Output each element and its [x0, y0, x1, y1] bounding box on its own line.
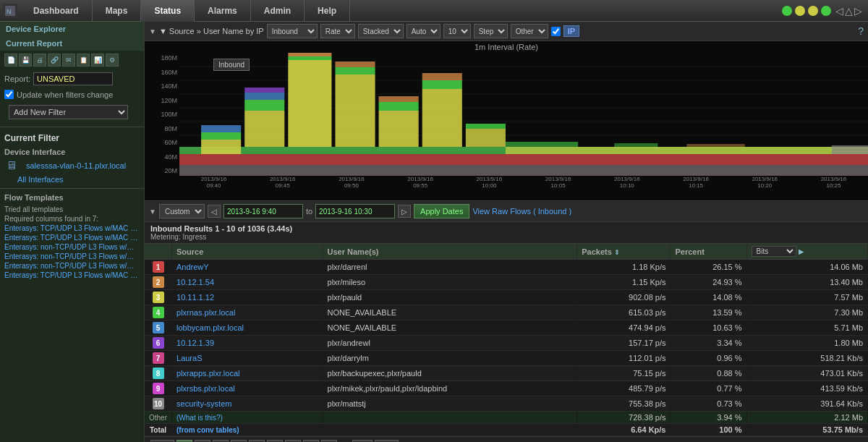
source-link-0[interactable]: AndrewY	[176, 263, 209, 271]
bits-unit-select[interactable]: Bits Packets	[752, 246, 796, 257]
percent-cell-7: 0.88 %	[671, 366, 746, 381]
source-cell-8: plxrsbs.plxr.local	[172, 381, 323, 396]
rate-select[interactable]: Rate	[320, 24, 355, 38]
toolbar-icon-4[interactable]: 🔗	[48, 54, 61, 67]
time-forward-button[interactable]: ▷	[398, 205, 411, 218]
source-link-1[interactable]: 10.12.1.54	[176, 278, 214, 286]
apply-dates-button[interactable]: Apply Dates	[414, 204, 469, 218]
x-label-3: 2013/9/1609:55	[386, 176, 455, 187]
add-filter-select[interactable]: Add New Filter	[9, 105, 128, 119]
chart-container: 180M 160M 140M 120M 100M 80M 60M 40M 20M	[145, 53, 868, 187]
source-cell-4: lobbycam.plxr.local	[172, 320, 323, 336]
main-content: ▼ ▼ Source » User Name by IP Inbound Out…	[145, 22, 868, 442]
username-cell-9: plxr/mattstj	[323, 396, 577, 412]
source-link-4[interactable]: lobbycam.plxr.local	[176, 323, 244, 332]
step-select[interactable]: Step	[474, 24, 508, 38]
rank-cell-5: 6	[145, 336, 172, 351]
expand-icon[interactable]: ▶	[799, 248, 804, 255]
svg-rect-27	[379, 102, 419, 111]
time-to-input[interactable]	[315, 204, 395, 218]
svg-rect-25	[335, 61, 375, 67]
flow-item-4[interactable]: Enterasys: non-TCP/UDP L3 Flows w/MAC &	[4, 261, 140, 271]
all-interfaces-link[interactable]: All Interfaces	[0, 174, 144, 185]
update-checkbox[interactable]	[4, 90, 14, 99]
toolbar-icon-5[interactable]: ✉	[62, 54, 75, 67]
table-row: 3 10.11.1.12 plxr/pauld 902.08 p/s 14.08…	[145, 290, 868, 305]
y-label-160: 160M	[145, 69, 179, 76]
nav-tab-maps[interactable]: Maps	[93, 0, 142, 22]
source-link-2[interactable]: 10.11.1.12	[176, 293, 214, 302]
percent-cell-4: 10.63 %	[671, 320, 746, 336]
source-link-8[interactable]: plxrsbs.plxr.local	[176, 384, 235, 393]
x-label-2: 2013/9/1609:50	[317, 176, 386, 187]
auto-select[interactable]: Auto	[407, 24, 441, 38]
time-range-select[interactable]: Custom	[159, 204, 205, 218]
flow-item-3[interactable]: Enterasys: non-TCP/UDP L3 Flows w/MAC &	[4, 252, 140, 261]
results-title: Inbound Results 1 - 10 of 1036 (3.44s)	[150, 224, 862, 233]
direction-select[interactable]: Inbound Outbound Both	[267, 24, 318, 38]
toolbar-icon-1[interactable]: 📄	[4, 54, 17, 67]
ip-badge[interactable]: IP	[563, 25, 579, 37]
results-metering: Metering: Ingress	[150, 233, 862, 241]
source-link-7[interactable]: plxrapps.plxr.local	[176, 369, 239, 378]
time-back-button[interactable]: ◁	[208, 205, 221, 218]
source-link-9[interactable]: security-system	[176, 399, 231, 408]
total-username-cell	[323, 424, 577, 436]
toolbar-icon-7[interactable]: 📊	[91, 54, 104, 67]
percent-cell-1: 24.93 %	[671, 275, 746, 290]
device-link[interactable]: salesssa-vlan-0-11.plxr.local	[20, 160, 132, 171]
y-axis: 180M 160M 140M 120M 100M 80M 60M 40M 20M	[145, 53, 179, 176]
svg-rect-32	[466, 129, 506, 147]
status-dot-green	[782, 6, 792, 16]
toolbar-icon-2[interactable]: 💾	[19, 54, 32, 67]
flow-item-5[interactable]: Enterasys: TCP/UDP L3 Flows w/MAC & VLA	[4, 271, 140, 280]
other-link[interactable]: (What is this?)	[176, 414, 223, 422]
packets-cell-6: 112.01 p/s	[577, 351, 671, 366]
col-packets[interactable]: Packets ⇕	[577, 244, 671, 260]
toolbar-icon-3[interactable]: 🖨	[33, 54, 46, 67]
report-name-input[interactable]	[33, 72, 113, 85]
flow-item-1[interactable]: Enterasys: TCP/UDP L3 Flows w/MAC & VLA	[4, 233, 140, 242]
other-select[interactable]: Other	[511, 24, 548, 38]
toolbar-icon-8[interactable]: ⚙	[106, 54, 119, 67]
table-row: 4 plxrnas.plxr.local NONE_AVAILABLE 615.…	[145, 305, 868, 320]
y-label-180: 180M	[145, 54, 179, 61]
flow-item-2[interactable]: Enterasys: non-TCP/UDP L3 Flows w/MAC &	[4, 242, 140, 252]
nav-tab-status[interactable]: Status	[141, 0, 195, 22]
nav-back-arrow[interactable]: ◁	[835, 5, 843, 17]
device-explorer-header[interactable]: Device Explorer	[0, 22, 144, 36]
time-from-input[interactable]	[224, 204, 303, 218]
view-raw-flows-link[interactable]: View Raw Flows ( Inbound )	[472, 207, 571, 216]
source-link-5[interactable]: 10.12.1.39	[176, 339, 214, 347]
nav-tab-admin[interactable]: Admin	[251, 0, 305, 22]
percent-cell-6: 0.96 %	[671, 351, 746, 366]
stacked-select[interactable]: Stacked	[358, 24, 404, 38]
packets-cell-5: 157.17 p/s	[577, 336, 671, 351]
flow-templates-section: Tried all templates Required columns fou…	[0, 203, 144, 281]
nav-tab-dashboard[interactable]: Dashboard	[20, 0, 93, 22]
source-link-6[interactable]: LauraS	[176, 354, 202, 362]
flow-templates-label: Flow Templates	[0, 192, 144, 203]
nav-up-arrow[interactable]: △	[845, 5, 853, 17]
total-link[interactable]: (from conv tables)	[176, 426, 239, 434]
rank-badge-0: 1	[153, 261, 164, 273]
flow-item-0[interactable]: Enterasys: TCP/UDP L3 Flows w/MAC & VLA	[4, 224, 140, 233]
rank-badge-5: 6	[153, 337, 164, 349]
nav-forward-arrow[interactable]: ▷	[854, 5, 862, 17]
svg-rect-38	[832, 145, 868, 154]
nav-tab-help[interactable]: Help	[305, 0, 350, 22]
source-cell-5: 10.12.1.39	[172, 336, 323, 351]
packets-cell-2: 902.08 p/s	[577, 290, 671, 305]
toolbar-icon-6[interactable]: 📋	[77, 54, 90, 67]
help-icon[interactable]: ?	[858, 25, 864, 37]
topn-select[interactable]: 10	[443, 24, 471, 38]
packets-sort-icon: ⇕	[614, 249, 620, 256]
current-report-header[interactable]: Current Report	[0, 36, 144, 51]
source-link-3[interactable]: plxrnas.plxr.local	[176, 308, 235, 317]
rank-badge-8: 9	[153, 383, 164, 394]
time-control-bar: ▼ Custom ◁ to ▷ Apply Dates View Raw Flo…	[145, 200, 868, 222]
pagination-bar: Prev 1 2 3 4 5 6 7 8 9 ... 104 Next	[145, 436, 868, 442]
nav-tab-alarms[interactable]: Alarms	[195, 0, 251, 22]
other-checkbox[interactable]	[551, 27, 561, 36]
percent-cell-3: 13.59 %	[671, 305, 746, 320]
